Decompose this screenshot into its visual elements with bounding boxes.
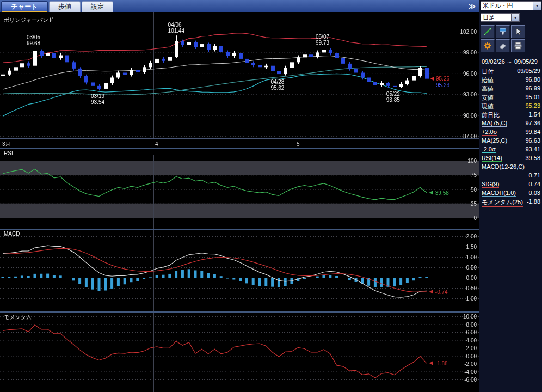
info-row-label: RSI(14) <box>482 155 502 162</box>
info-row: MA(25,C)96.63 <box>482 137 540 146</box>
info-row-value: -0.71 <box>527 172 540 179</box>
cursor-tool-icon <box>514 27 522 36</box>
main-chart-canvas[interactable] <box>0 12 479 148</box>
tab-chart[interactable]: チャート <box>1 1 48 12</box>
info-row: 安値95.01 <box>482 94 540 102</box>
rsi-panel: RSI <box>0 148 479 229</box>
info-row-value: -0.74 <box>527 181 540 187</box>
info-row: MACD(12-26,C) <box>482 163 540 172</box>
info-row-value: 96.99 <box>525 85 540 91</box>
settings-tool-button[interactable] <box>481 39 495 52</box>
info-row: モメンタム(25)-1.88 <box>482 198 540 207</box>
info-row-label: -2.0σ <box>482 146 496 153</box>
timeframe-select[interactable]: 日足 <box>481 13 511 22</box>
eraser-tool-icon <box>498 41 507 50</box>
info-row-value: 97.36 <box>525 120 540 126</box>
info-row-label: MACD(12-26,C) <box>482 163 525 170</box>
info-row: +2.0σ99.84 <box>482 128 540 137</box>
info-row-label: 安値 <box>482 94 494 102</box>
info-row-value: 09/05/29 <box>517 68 540 74</box>
info-row-label: SIG(9) <box>482 181 499 188</box>
info-row-label: 始値 <box>482 76 494 84</box>
info-row-value: 39.58 <box>525 155 540 161</box>
info-row-label: +2.0σ <box>482 128 497 136</box>
info-row-value: -1.54 <box>527 111 540 118</box>
info-row-label: 高値 <box>482 85 494 93</box>
info-row: 前日比-1.54 <box>482 111 540 120</box>
info-row-value: 96.80 <box>525 76 540 83</box>
info-row: 高値96.99 <box>482 85 540 94</box>
print-tool-button[interactable] <box>511 39 525 52</box>
pair-select[interactable]: 米ドル・円 <box>481 1 533 10</box>
info-row: MA(75,C)97.36 <box>482 120 540 128</box>
cursor-tool-button[interactable] <box>511 25 525 38</box>
macd-canvas[interactable] <box>0 229 479 311</box>
info-row: -2.0σ93.41 <box>482 146 540 155</box>
info-row-value: 95.23 <box>525 102 540 109</box>
info-row-label: 日付 <box>482 68 494 76</box>
momentum-panel: モメンタム <box>0 311 479 392</box>
info-row-label: 現値 <box>482 102 494 111</box>
info-row: 現値95.23 <box>482 102 540 111</box>
info-row: RSI(14)39.58 <box>482 155 540 163</box>
info-row: -0.71 <box>482 172 540 181</box>
info-row-value: 93.41 <box>525 146 540 152</box>
tabbar: チャート 歩値 設定 ≫ <box>0 0 479 12</box>
info-row-value: 0.03 <box>529 189 540 196</box>
info-row-value: -1.88 <box>527 198 540 205</box>
tab-tick[interactable]: 歩値 <box>49 1 81 12</box>
info-row-value: 99.84 <box>525 128 540 135</box>
brush-tool-icon <box>498 27 507 36</box>
gear-icon <box>483 41 492 50</box>
info-row: MACDH(1.0)0.03 <box>482 189 540 198</box>
main-chart-panel: ボリンジャーバンド <box>0 12 479 148</box>
info-row: SIG(9)-0.74 <box>482 181 540 189</box>
info-row-label: MA(75,C) <box>482 120 507 127</box>
tab-settings[interactable]: 設定 <box>82 1 113 12</box>
info-row: 日付09/05/29 <box>482 68 540 76</box>
date-range-label: 09/02/26 ～ 09/05/29 <box>482 58 538 66</box>
info-row-label: MACDH(1.0) <box>482 189 516 197</box>
macd-panel: MACD <box>0 229 479 311</box>
brush-tool-button[interactable] <box>496 25 510 38</box>
timeframe-dropdown-arrow-icon[interactable]: ▼ <box>511 13 520 22</box>
momentum-canvas[interactable] <box>0 311 479 392</box>
expand-arrows-button[interactable]: ≫ <box>468 2 476 10</box>
line-tool-button[interactable] <box>481 25 495 38</box>
info-rows: 日付09/05/29始値96.80高値96.99安値95.01現値95.23前日… <box>482 68 540 207</box>
printer-icon <box>514 41 522 50</box>
info-row-label: MA(25,C) <box>482 137 507 144</box>
info-row-label: モメンタム(25) <box>482 198 523 207</box>
info-row: 始値96.80 <box>482 76 540 85</box>
sidebar: 米ドル・円 ▼ 日足 ▼ 09/02/26 ～ 09/05/29 日付09/05… <box>479 0 542 392</box>
rsi-canvas[interactable] <box>0 148 479 229</box>
line-tool-icon <box>483 27 492 36</box>
eraser-tool-button[interactable] <box>496 39 510 52</box>
drawing-toolbar <box>481 25 525 52</box>
info-row-value: 95.01 <box>525 94 540 100</box>
pair-dropdown-arrow-icon[interactable]: ▼ <box>533 1 541 10</box>
info-row-label: 前日比 <box>482 111 500 119</box>
info-row-value: 96.63 <box>525 137 540 144</box>
